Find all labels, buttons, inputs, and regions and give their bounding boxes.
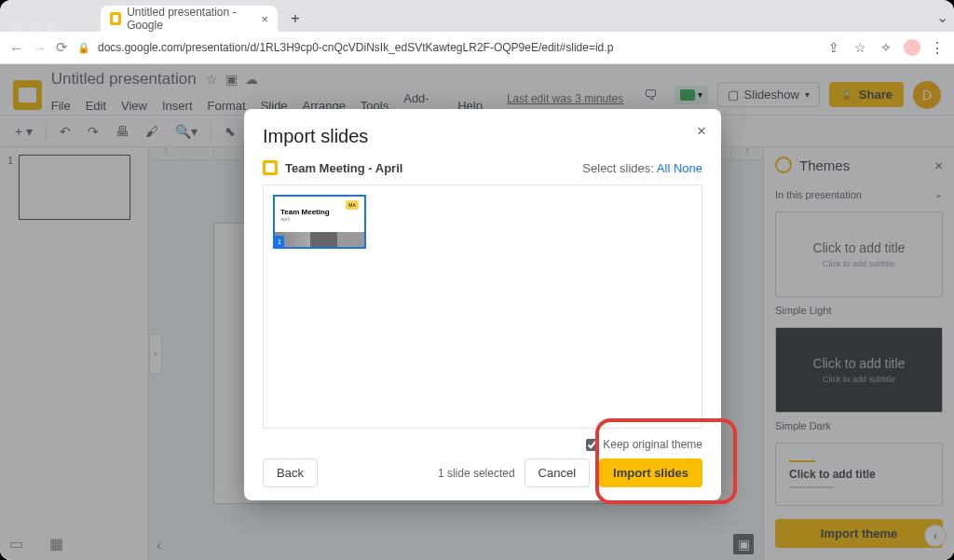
- select-slides-controls: Select slides: All None: [582, 161, 702, 175]
- share-page-icon[interactable]: ⇪: [825, 39, 842, 56]
- import-slides-modal: Import slides × Team Meeting - April Sel…: [244, 109, 721, 500]
- back-icon[interactable]: ←: [9, 40, 23, 56]
- back-button[interactable]: Back: [263, 458, 318, 487]
- slides-app: Untitled presentation ☆ ▣ ☁ File Edit Vi…: [0, 64, 954, 560]
- browser-chrome: Untitled presentation - Google × + ⌄ ← →…: [0, 0, 954, 64]
- address-bar-row: ← → ⟳ 🔒 docs.google.com/presentation/d/1…: [0, 32, 954, 64]
- tabs-dropdown-icon[interactable]: ⌄: [936, 8, 948, 26]
- traffic-max-icon[interactable]: [47, 22, 56, 32]
- chrome-menu-icon[interactable]: ⋮: [930, 39, 945, 57]
- thumb-subtitle: April: [280, 216, 359, 222]
- traffic-min-icon[interactable]: [30, 22, 39, 32]
- screen: Untitled presentation - Google × + ⌄ ← →…: [0, 0, 954, 560]
- forward-icon: →: [33, 40, 47, 56]
- traffic-close-icon[interactable]: [13, 22, 22, 32]
- star-icon[interactable]: ☆: [852, 39, 868, 56]
- browser-tab[interactable]: Untitled presentation - Google ×: [101, 6, 278, 32]
- omnibox[interactable]: 🔒 docs.google.com/presentation/d/1RL3H9c…: [77, 41, 613, 54]
- cancel-button[interactable]: Cancel: [525, 458, 590, 487]
- window-controls[interactable]: [13, 22, 56, 32]
- tab-title: Untitled presentation - Google: [127, 6, 255, 32]
- thumb-page-number: 1: [275, 236, 284, 247]
- select-all-link[interactable]: All: [657, 161, 670, 175]
- tab-strip: Untitled presentation - Google × + ⌄: [0, 0, 954, 32]
- lock-icon[interactable]: 🔒: [77, 42, 90, 54]
- thumb-badge: MA: [346, 200, 359, 210]
- source-deck-name: Team Meeting - April: [285, 161, 402, 175]
- reload-icon[interactable]: ⟳: [56, 39, 68, 56]
- addr-right: ⇪ ☆ ✧ ⋮: [825, 39, 945, 57]
- thumb-photo-strip: [275, 232, 364, 247]
- keep-theme-label: Keep original theme: [603, 438, 702, 451]
- url-text: docs.google.com/presentation/d/1RL3H9cp0…: [98, 41, 613, 54]
- slides-favicon-icon: [110, 12, 121, 25]
- keep-theme-checkbox[interactable]: [586, 439, 598, 451]
- selection-count: 1 slide selected: [438, 467, 515, 480]
- profile-avatar-icon[interactable]: [904, 39, 920, 56]
- modal-title: Import slides: [263, 126, 702, 147]
- import-thumb-1[interactable]: MA Team Meeting April 1: [273, 195, 366, 249]
- slide-thumbnails-area[interactable]: MA Team Meeting April 1: [263, 184, 702, 429]
- extensions-icon[interactable]: ✧: [878, 39, 894, 56]
- slides-favicon-icon: [263, 160, 278, 175]
- tab-close-icon[interactable]: ×: [261, 12, 268, 26]
- new-tab-button[interactable]: +: [285, 8, 306, 29]
- modal-close-icon[interactable]: ×: [697, 122, 706, 141]
- select-none-link[interactable]: None: [674, 161, 702, 175]
- import-slides-button[interactable]: Import slides: [599, 458, 702, 487]
